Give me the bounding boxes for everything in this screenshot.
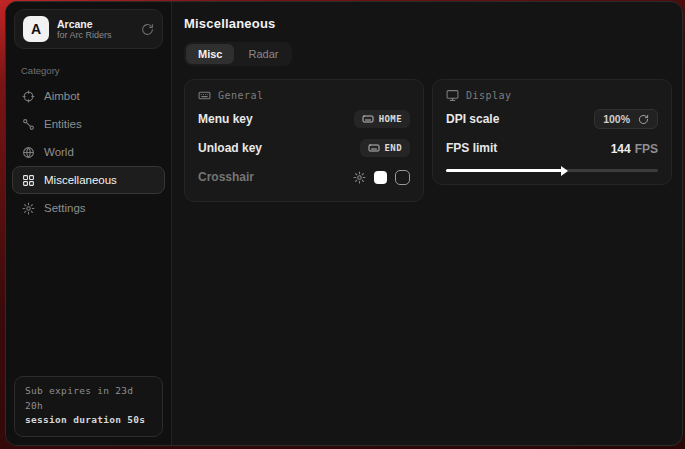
fps-limit-row: FPS limit 144FPS	[446, 136, 658, 160]
crosshair-checkbox[interactable]	[395, 170, 410, 185]
display-card-title: Display	[466, 90, 512, 101]
app-name: Arcane	[57, 18, 133, 30]
dpi-scale-value: 100%	[603, 113, 630, 125]
sidebar-nav: Aimbot Entities World	[6, 82, 171, 222]
crosshair-icon	[22, 90, 35, 103]
display-card: Display DPI scale 100% FPS limit	[432, 79, 672, 185]
general-card-header: General	[198, 89, 410, 102]
crosshair-controls	[353, 170, 410, 185]
entities-icon	[22, 118, 35, 131]
sidebar-item-label: Settings	[44, 202, 86, 214]
sidebar-item-label: Aimbot	[44, 90, 80, 102]
menu-key-value: HOME	[379, 114, 402, 124]
dpi-scale-label: DPI scale	[446, 112, 499, 126]
menu-key-label: Menu key	[198, 112, 253, 126]
fps-limit-slider[interactable]	[446, 169, 658, 172]
sidebar-item-world[interactable]: World	[12, 138, 165, 166]
session-duration-text: session duration 50s	[25, 413, 152, 428]
subscription-info-card: Sub expires in 23d 20h session duration …	[14, 376, 163, 437]
sidebar-item-label: Entities	[44, 118, 82, 130]
profile-card: A Arcane for Arc Riders	[14, 9, 163, 49]
keyboard-icon	[368, 142, 380, 154]
sidebar-item-label: Miscellaneous	[44, 174, 117, 186]
dpi-scale-row: DPI scale 100%	[446, 107, 658, 131]
general-card-title: General	[218, 90, 264, 101]
settings-cards: General Menu key HOME Unload key	[184, 79, 672, 202]
fps-limit-unit: FPS	[635, 142, 658, 156]
display-card-header: Display	[446, 89, 658, 102]
sidebar-item-miscellaneous[interactable]: Miscellaneous	[12, 166, 165, 194]
sub-expiry-text: Sub expires in 23d 20h	[25, 384, 152, 413]
crosshair-label: Crosshair	[198, 170, 254, 184]
monitor-icon	[446, 89, 459, 102]
crosshair-color-swatch[interactable]	[374, 171, 387, 184]
keyboard-icon	[198, 89, 211, 102]
menu-key-bind-button[interactable]: HOME	[354, 110, 410, 128]
unload-key-label: Unload key	[198, 141, 262, 155]
sidebar-item-label: World	[44, 146, 74, 158]
app-window: A Arcane for Arc Riders Category Aimbot	[5, 1, 683, 446]
crosshair-row: Crosshair	[198, 165, 410, 189]
page-title: Miscellaneous	[184, 16, 672, 31]
unload-key-value: END	[385, 143, 402, 153]
refresh-icon[interactable]	[638, 114, 649, 125]
category-label: Category	[21, 65, 171, 76]
sync-icon[interactable]	[141, 23, 154, 36]
sidebar-item-entities[interactable]: Entities	[12, 110, 165, 138]
menu-key-row: Menu key HOME	[198, 107, 410, 131]
fps-slider-fill	[446, 169, 563, 172]
unload-key-bind-button[interactable]: END	[360, 139, 410, 157]
general-card: General Menu key HOME Unload key	[184, 79, 424, 202]
crosshair-settings-gear-icon[interactable]	[353, 171, 366, 184]
tab-radar[interactable]: Radar	[236, 44, 290, 64]
sidebar-item-settings[interactable]: Settings	[12, 194, 165, 222]
globe-icon	[22, 146, 35, 159]
main-content: Miscellaneous Misc Radar General Menu ke…	[172, 2, 682, 445]
tab-misc[interactable]: Misc	[186, 44, 234, 64]
fps-slider-thumb[interactable]	[561, 166, 568, 176]
fps-limit-label: FPS limit	[446, 141, 497, 155]
fps-limit-value: 144	[611, 142, 631, 156]
grid-icon	[22, 174, 35, 187]
unload-key-row: Unload key END	[198, 136, 410, 160]
sidebar-item-aimbot[interactable]: Aimbot	[12, 82, 165, 110]
profile-text: Arcane for Arc Riders	[57, 18, 133, 40]
sidebar: A Arcane for Arc Riders Category Aimbot	[6, 2, 172, 445]
app-subtitle: for Arc Riders	[57, 30, 133, 40]
gear-icon	[22, 202, 35, 215]
dpi-scale-control[interactable]: 100%	[594, 109, 658, 129]
app-logo: A	[23, 16, 49, 42]
fps-limit-value-group: 144FPS	[611, 139, 658, 157]
keyboard-icon	[362, 113, 374, 125]
tab-bar: Misc Radar	[184, 42, 292, 66]
